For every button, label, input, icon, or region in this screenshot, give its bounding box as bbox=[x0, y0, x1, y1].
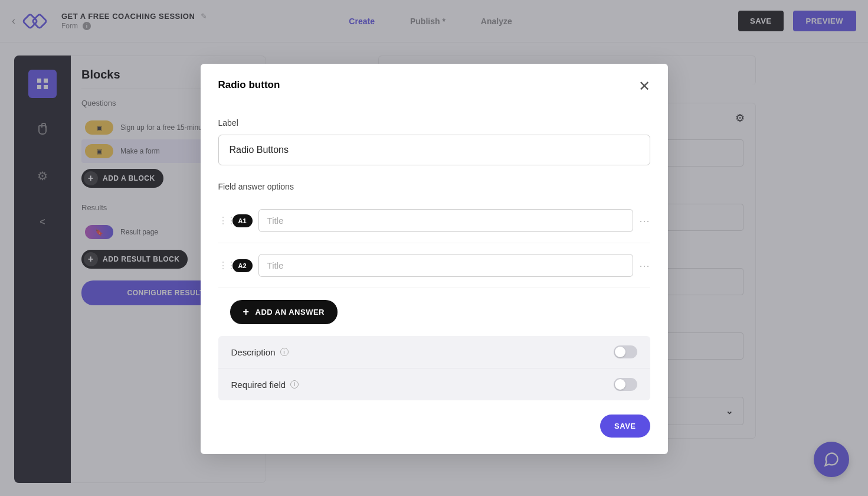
description-toggle[interactable] bbox=[614, 345, 637, 358]
options-caption: Field answer options bbox=[218, 182, 650, 191]
close-icon[interactable]: ✕ bbox=[638, 79, 650, 93]
option-badge: A2 bbox=[232, 259, 253, 272]
required-toggle[interactable] bbox=[614, 378, 637, 391]
required-toggle-row: Required fieldi bbox=[218, 368, 650, 400]
modal-overlay[interactable]: Radio button ✕ Label Field answer option… bbox=[0, 0, 868, 496]
option-more-icon[interactable]: ⋯ bbox=[639, 259, 650, 272]
drag-handle-icon[interactable]: ⋮⋮ bbox=[218, 260, 227, 271]
answer-option-row: ⋮⋮ A1 ⋯ bbox=[218, 198, 650, 243]
plus-icon: + bbox=[243, 306, 250, 318]
label-caption: Label bbox=[218, 118, 650, 128]
required-label: Required field bbox=[231, 380, 286, 390]
description-label: Description bbox=[231, 347, 276, 357]
add-answer-button[interactable]: + ADD AN ANSWER bbox=[230, 300, 338, 324]
add-answer-label: ADD AN ANSWER bbox=[256, 308, 325, 316]
toggle-section: Descriptioni Required fieldi bbox=[218, 336, 650, 400]
drag-handle-icon[interactable]: ⋮⋮ bbox=[218, 215, 227, 226]
info-icon[interactable]: i bbox=[290, 380, 299, 389]
modal-title: Radio button bbox=[218, 79, 280, 91]
description-toggle-row: Descriptioni bbox=[218, 336, 650, 368]
info-icon[interactable]: i bbox=[280, 348, 289, 356]
option-badge: A1 bbox=[232, 214, 253, 227]
modal-save-button[interactable]: SAVE bbox=[600, 415, 650, 438]
radio-button-modal: Radio button ✕ Label Field answer option… bbox=[201, 64, 668, 454]
option-title-input[interactable] bbox=[258, 254, 633, 277]
answer-option-row: ⋮⋮ A2 ⋯ bbox=[218, 243, 650, 288]
label-input[interactable] bbox=[218, 135, 650, 165]
option-title-input[interactable] bbox=[258, 209, 633, 232]
option-more-icon[interactable]: ⋯ bbox=[639, 214, 650, 227]
